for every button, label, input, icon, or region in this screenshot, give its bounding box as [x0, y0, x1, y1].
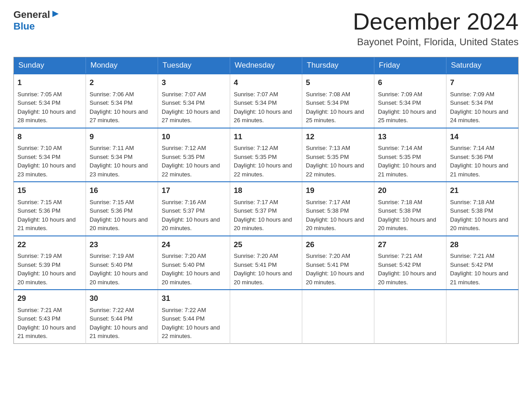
day-number: 18 [234, 185, 298, 197]
calendar-cell: 21 Sunrise: 7:18 AMSunset: 5:38 PMDaylig… [446, 182, 519, 236]
day-number: 1 [17, 77, 82, 89]
calendar-week-1: 1 Sunrise: 7:05 AMSunset: 5:34 PMDayligh… [14, 74, 519, 128]
title-section: December 2024 Bayonet Point, Florida, Un… [353, 9, 519, 48]
day-info: Sunrise: 7:14 AMSunset: 5:35 PMDaylight:… [378, 145, 436, 178]
day-info: Sunrise: 7:06 AMSunset: 5:34 PMDaylight:… [90, 91, 148, 124]
page-header: General Blue December 2024 Bayonet Point… [13, 9, 519, 48]
day-number: 27 [378, 239, 442, 251]
day-info: Sunrise: 7:21 AMSunset: 5:42 PMDaylight:… [450, 253, 508, 286]
calendar-cell: 8 Sunrise: 7:10 AMSunset: 5:34 PMDayligh… [14, 128, 86, 182]
day-info: Sunrise: 7:17 AMSunset: 5:37 PMDaylight:… [234, 199, 292, 232]
calendar-cell: 22 Sunrise: 7:19 AMSunset: 5:39 PMDaylig… [14, 236, 86, 290]
calendar-cell: 7 Sunrise: 7:09 AMSunset: 5:34 PMDayligh… [446, 74, 519, 128]
day-number: 21 [450, 185, 515, 197]
calendar-cell: 19 Sunrise: 7:17 AMSunset: 5:38 PMDaylig… [302, 182, 374, 236]
logo-general-text: General [13, 9, 50, 21]
calendar-cell [302, 290, 374, 343]
day-info: Sunrise: 7:13 AMSunset: 5:35 PMDaylight:… [306, 145, 364, 178]
weekday-header-wednesday: Wednesday [230, 57, 302, 74]
day-info: Sunrise: 7:22 AMSunset: 5:44 PMDaylight:… [90, 307, 148, 340]
calendar-cell: 16 Sunrise: 7:15 AMSunset: 5:36 PMDaylig… [86, 182, 158, 236]
calendar-cell: 2 Sunrise: 7:06 AMSunset: 5:34 PMDayligh… [86, 74, 158, 128]
day-number: 6 [378, 77, 442, 89]
day-info: Sunrise: 7:15 AMSunset: 5:36 PMDaylight:… [17, 199, 76, 232]
calendar-cell: 14 Sunrise: 7:14 AMSunset: 5:36 PMDaylig… [446, 128, 519, 182]
day-number: 8 [17, 131, 82, 143]
calendar-cell: 1 Sunrise: 7:05 AMSunset: 5:34 PMDayligh… [14, 74, 86, 128]
day-info: Sunrise: 7:07 AMSunset: 5:34 PMDaylight:… [234, 91, 292, 124]
location-subtitle: Bayonet Point, Florida, United States [353, 36, 519, 48]
logo-triangle-icon [51, 10, 60, 18]
calendar-cell: 31 Sunrise: 7:22 AMSunset: 5:44 PMDaylig… [158, 290, 230, 343]
day-info: Sunrise: 7:21 AMSunset: 5:42 PMDaylight:… [378, 253, 436, 286]
day-number: 15 [17, 185, 82, 197]
month-title: December 2024 [353, 9, 519, 34]
calendar-week-2: 8 Sunrise: 7:10 AMSunset: 5:34 PMDayligh… [14, 128, 519, 182]
day-number: 31 [162, 293, 226, 304]
calendar-cell: 26 Sunrise: 7:20 AMSunset: 5:41 PMDaylig… [302, 236, 374, 290]
calendar-cell: 17 Sunrise: 7:16 AMSunset: 5:37 PMDaylig… [158, 182, 230, 236]
day-info: Sunrise: 7:15 AMSunset: 5:36 PMDaylight:… [90, 199, 148, 232]
day-info: Sunrise: 7:20 AMSunset: 5:41 PMDaylight:… [234, 253, 292, 286]
day-number: 12 [306, 131, 370, 143]
day-info: Sunrise: 7:14 AMSunset: 5:36 PMDaylight:… [450, 145, 508, 178]
day-number: 20 [378, 185, 442, 197]
day-number: 9 [90, 131, 154, 143]
day-info: Sunrise: 7:12 AMSunset: 5:35 PMDaylight:… [234, 145, 292, 178]
day-number: 16 [90, 185, 154, 197]
day-number: 24 [162, 239, 226, 251]
day-info: Sunrise: 7:08 AMSunset: 5:34 PMDaylight:… [306, 91, 364, 124]
calendar-cell [374, 290, 446, 343]
day-info: Sunrise: 7:16 AMSunset: 5:37 PMDaylight:… [162, 199, 220, 232]
day-info: Sunrise: 7:18 AMSunset: 5:38 PMDaylight:… [450, 199, 508, 232]
day-number: 2 [90, 77, 154, 89]
calendar-cell: 24 Sunrise: 7:20 AMSunset: 5:40 PMDaylig… [158, 236, 230, 290]
day-info: Sunrise: 7:05 AMSunset: 5:34 PMDaylight:… [17, 91, 76, 124]
day-number: 26 [306, 239, 370, 251]
weekday-header-friday: Friday [374, 57, 446, 74]
calendar-cell: 15 Sunrise: 7:15 AMSunset: 5:36 PMDaylig… [14, 182, 86, 236]
calendar-cell: 3 Sunrise: 7:07 AMSunset: 5:34 PMDayligh… [158, 74, 230, 128]
weekday-header-monday: Monday [86, 57, 158, 74]
calendar-cell: 30 Sunrise: 7:22 AMSunset: 5:44 PMDaylig… [86, 290, 158, 343]
day-number: 13 [378, 131, 442, 143]
day-info: Sunrise: 7:17 AMSunset: 5:38 PMDaylight:… [306, 199, 364, 232]
weekday-header-thursday: Thursday [302, 57, 374, 74]
day-info: Sunrise: 7:11 AMSunset: 5:34 PMDaylight:… [90, 145, 148, 178]
day-number: 17 [162, 185, 226, 197]
calendar-cell: 18 Sunrise: 7:17 AMSunset: 5:37 PMDaylig… [230, 182, 302, 236]
day-number: 25 [234, 239, 298, 251]
day-info: Sunrise: 7:09 AMSunset: 5:34 PMDaylight:… [378, 91, 436, 124]
calendar-cell: 6 Sunrise: 7:09 AMSunset: 5:34 PMDayligh… [374, 74, 446, 128]
day-number: 11 [234, 131, 298, 143]
calendar-cell: 28 Sunrise: 7:21 AMSunset: 5:42 PMDaylig… [446, 236, 519, 290]
calendar-cell: 10 Sunrise: 7:12 AMSunset: 5:35 PMDaylig… [158, 128, 230, 182]
day-number: 10 [162, 131, 226, 143]
day-number: 19 [306, 185, 370, 197]
day-info: Sunrise: 7:22 AMSunset: 5:44 PMDaylight:… [162, 307, 220, 340]
calendar-cell [446, 290, 519, 343]
weekday-header-sunday: Sunday [14, 57, 86, 74]
calendar-cell: 4 Sunrise: 7:07 AMSunset: 5:34 PMDayligh… [230, 74, 302, 128]
calendar-header-row: SundayMondayTuesdayWednesdayThursdayFrid… [14, 57, 519, 74]
day-info: Sunrise: 7:18 AMSunset: 5:38 PMDaylight:… [378, 199, 436, 232]
day-number: 7 [450, 77, 515, 89]
calendar-cell: 11 Sunrise: 7:12 AMSunset: 5:35 PMDaylig… [230, 128, 302, 182]
calendar-cell: 5 Sunrise: 7:08 AMSunset: 5:34 PMDayligh… [302, 74, 374, 128]
day-info: Sunrise: 7:07 AMSunset: 5:34 PMDaylight:… [162, 91, 220, 124]
day-number: 3 [162, 77, 226, 89]
calendar-table: SundayMondayTuesdayWednesdayThursdayFrid… [13, 57, 519, 344]
day-number: 23 [90, 239, 154, 251]
calendar-cell: 12 Sunrise: 7:13 AMSunset: 5:35 PMDaylig… [302, 128, 374, 182]
day-info: Sunrise: 7:09 AMSunset: 5:34 PMDaylight:… [450, 91, 508, 124]
day-info: Sunrise: 7:19 AMSunset: 5:40 PMDaylight:… [90, 253, 148, 286]
day-number: 30 [90, 293, 154, 304]
day-info: Sunrise: 7:20 AMSunset: 5:40 PMDaylight:… [162, 253, 220, 286]
day-info: Sunrise: 7:12 AMSunset: 5:35 PMDaylight:… [162, 145, 220, 178]
calendar-week-3: 15 Sunrise: 7:15 AMSunset: 5:36 PMDaylig… [14, 182, 519, 236]
day-number: 29 [17, 293, 82, 304]
calendar-cell: 29 Sunrise: 7:21 AMSunset: 5:43 PMDaylig… [14, 290, 86, 343]
day-number: 28 [450, 239, 515, 251]
logo: General Blue [13, 9, 60, 33]
day-number: 4 [234, 77, 298, 89]
